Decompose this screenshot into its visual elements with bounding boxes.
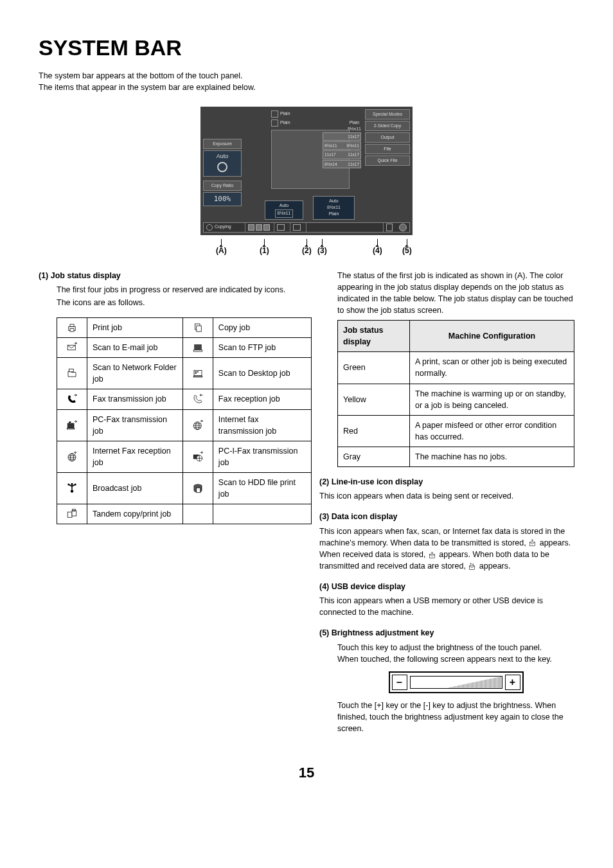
right-intro-text: The status of the first job is indicated… [337, 270, 574, 317]
status-table: Job status display Machine Configuration… [337, 320, 574, 467]
icon-label: Scan to HDD file print job [213, 473, 311, 504]
page-title: SYSTEM BAR [39, 32, 574, 64]
icon-table: Print job Copy job Scan to E-mail job Sc… [57, 317, 312, 525]
file-button: File [365, 144, 410, 154]
svg-rect-1 [70, 324, 74, 327]
icon-label: PC-I-Fax transmission job [213, 441, 311, 472]
scan-network-folder-icon [57, 358, 87, 389]
tx-data-icon [528, 539, 537, 547]
ifax-tx-icon [182, 409, 213, 441]
status-th-1: Job status display [338, 321, 410, 352]
scan-email-icon [57, 338, 87, 358]
label-1: (1) [260, 245, 269, 256]
fax-rx-icon [182, 389, 213, 409]
icon-label: Broadcast job [87, 473, 183, 504]
scan-hdd-icon [182, 473, 213, 504]
label-3: (3) [317, 245, 327, 256]
intro-line-2: The items that appear in the system bar … [39, 83, 256, 92]
svg-point-23 [71, 490, 74, 493]
section-3-p1: This icon appears when fax, scan, or Int… [319, 526, 574, 572]
brightness-slider-figure: – + [389, 671, 524, 693]
scan-desktop-icon [182, 358, 213, 389]
two-sided-button: 2-Sided Copy [365, 121, 410, 131]
rx-data-icon [428, 551, 437, 559]
callout-labels: (A) (1) (2) (3) (4) (5) [200, 238, 413, 257]
pcifax-tx-icon [182, 441, 213, 472]
sysbar-data-icon [290, 223, 306, 232]
top-plain-size: Plain8½x11 [348, 120, 361, 132]
icon-label: PC-Fax transmission job [87, 409, 183, 441]
svg-rect-30 [72, 511, 76, 516]
svg-point-25 [71, 483, 73, 485]
top-plain-2: Plain [280, 120, 290, 126]
table-row: RedA paper misfeed or other error condit… [338, 415, 574, 447]
icon-label: Tandem copy/print job [87, 504, 183, 524]
pcfax-tx-icon [57, 409, 87, 441]
scan-ftp-icon [182, 338, 213, 358]
section-5-p2: When touched, the following screen appea… [337, 653, 574, 665]
table-row: GreenA print, scan or other job is being… [338, 352, 574, 384]
icon-label: Copy job [213, 317, 311, 337]
svg-rect-14 [193, 376, 202, 378]
tandem-icon [57, 504, 87, 524]
print-job-icon [57, 317, 87, 337]
section-1-heading: (1) Job status display [39, 270, 294, 281]
sysbar-usb-icon [383, 223, 399, 232]
svg-rect-9 [69, 369, 74, 373]
svg-rect-2 [70, 328, 74, 332]
sysbar-brightness-icon [399, 224, 407, 231]
svg-rect-8 [193, 350, 202, 351]
original-value: Auto 8½x11 [265, 200, 303, 219]
broadcast-icon [57, 473, 87, 504]
top-plain-1: Plain [280, 111, 290, 117]
copy-job-icon [182, 317, 213, 337]
touch-panel-figure: Plain Plain Plain8½x11 Exposure Auto Cop… [39, 107, 574, 257]
icon-label: Fax reception job [213, 389, 311, 409]
exposure-value: Auto [203, 150, 242, 177]
section-4-p1: This icon appears when a USB memory or o… [319, 595, 574, 618]
section-1-p1: The first four jobs in progress or reser… [57, 284, 294, 296]
tray-list: 11x17 8½x118½x11 11x1711x17 8½x1411x17 [323, 132, 361, 170]
section-2-p1: This icon appears when data is being sen… [319, 490, 574, 502]
quick-file-button: Quick File [365, 155, 410, 166]
page-number: 15 [39, 763, 574, 783]
brightness-minus-button: – [392, 675, 407, 690]
svg-rect-28 [197, 488, 200, 493]
icon-label: Scan to Network Folder job [87, 358, 183, 389]
icon-label [213, 504, 311, 524]
status-th-2: Machine Configuration [410, 321, 574, 352]
label-2: (2) [302, 245, 312, 256]
svg-rect-12 [197, 371, 198, 373]
system-bar: Copying [203, 222, 410, 233]
icon-label: Internet fax transmission job [213, 409, 311, 441]
txrx-data-icon [468, 563, 477, 571]
brightness-track [410, 676, 502, 689]
svg-rect-29 [67, 512, 72, 517]
sysbar-line-icon [274, 223, 290, 232]
svg-rect-16 [67, 428, 75, 429]
svg-point-24 [67, 484, 69, 486]
intro-line-1: The system bar appears at the bottom of … [39, 71, 243, 80]
output-button: Output [365, 132, 410, 143]
empty-icon-cell [182, 504, 213, 524]
svg-rect-4 [197, 326, 202, 332]
copy-ratio-value: 100% [203, 192, 242, 206]
section-4-heading: (4) USB device display [319, 581, 574, 592]
paper-select-value: Auto8½x11Plain [313, 196, 355, 219]
sysbar-reserved-jobs [245, 223, 274, 232]
svg-rect-15 [67, 423, 74, 428]
intro-text: The system bar appears at the bottom of … [39, 70, 574, 93]
label-a: (A) [216, 245, 227, 256]
copy-ratio-button: Copy Ratio [203, 181, 242, 191]
icon-label: Print job [87, 317, 183, 337]
section-5-p3: Touch the [+] key or the [-] key to adju… [337, 700, 574, 734]
table-row: YellowThe machine is warming up or on st… [338, 384, 574, 415]
section-5-p1: Touch this key to adjust the brightness … [337, 642, 574, 653]
icon-label: Internet Fax reception job [87, 441, 183, 472]
section-2-heading: (2) Line-in-use icon display [319, 476, 574, 488]
section-5-heading: (5) Brightness adjustment key [319, 627, 574, 639]
label-4: (4) [373, 245, 382, 256]
label-5: (5) [402, 245, 412, 256]
sysbar-job-status: Copying [215, 224, 231, 230]
copier-screenshot: Plain Plain Plain8½x11 Exposure Auto Cop… [200, 107, 413, 235]
